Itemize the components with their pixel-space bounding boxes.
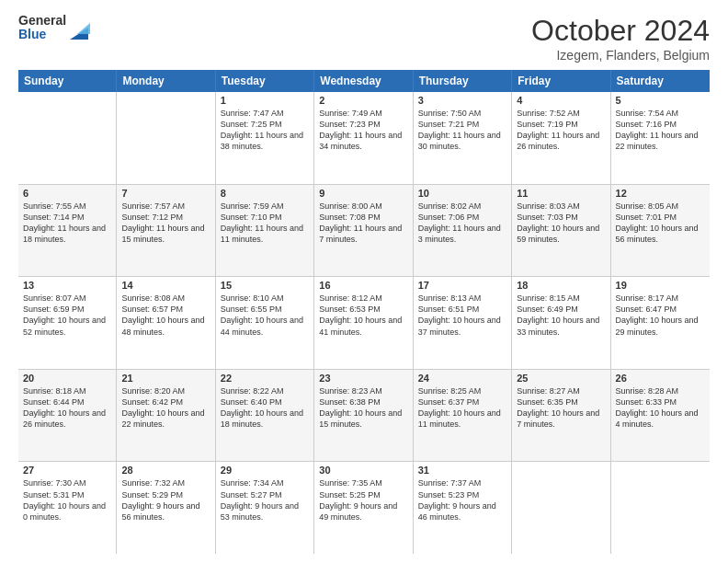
calendar-cell: 7 Sunrise: 7:57 AMSunset: 7:12 PMDayligh… — [117, 185, 215, 277]
cell-info: Sunrise: 7:32 AMSunset: 5:29 PMDaylight:… — [121, 477, 210, 523]
calendar-cell: 6 Sunrise: 7:55 AMSunset: 7:14 PMDayligh… — [18, 185, 117, 277]
calendar-cell: 18 Sunrise: 8:15 AMSunset: 6:49 PMDaylig… — [512, 277, 610, 369]
logo: General Blue — [18, 14, 90, 42]
day-number: 14 — [121, 280, 210, 291]
calendar-cell: 4 Sunrise: 7:52 AMSunset: 7:19 PMDayligh… — [512, 92, 610, 184]
calendar-cell: 21 Sunrise: 8:20 AMSunset: 6:42 PMDaylig… — [117, 370, 215, 462]
day-number: 18 — [517, 280, 605, 291]
cell-info: Sunrise: 8:22 AMSunset: 6:40 PMDaylight:… — [221, 385, 309, 431]
cell-info: Sunrise: 7:47 AMSunset: 7:25 PMDaylight:… — [221, 108, 309, 153]
calendar-cell — [117, 92, 215, 184]
day-number: 22 — [221, 373, 309, 384]
calendar-week-1: 1 Sunrise: 7:47 AMSunset: 7:25 PMDayligh… — [18, 92, 710, 185]
day-number: 5 — [616, 95, 705, 106]
calendar-cell: 25 Sunrise: 8:27 AMSunset: 6:35 PMDaylig… — [512, 370, 610, 462]
calendar-cell: 23 Sunrise: 8:23 AMSunset: 6:38 PMDaylig… — [314, 370, 413, 462]
calendar-cell: 2 Sunrise: 7:49 AMSunset: 7:23 PMDayligh… — [314, 92, 413, 184]
cell-info: Sunrise: 8:27 AMSunset: 6:35 PMDaylight:… — [517, 385, 605, 431]
cell-info: Sunrise: 7:50 AMSunset: 7:21 PMDaylight:… — [418, 108, 506, 153]
calendar-week-2: 6 Sunrise: 7:55 AMSunset: 7:14 PMDayligh… — [18, 185, 710, 278]
day-number: 11 — [517, 188, 605, 199]
cell-info: Sunrise: 7:54 AMSunset: 7:16 PMDaylight:… — [616, 108, 705, 153]
calendar-week-3: 13 Sunrise: 8:07 AMSunset: 6:59 PMDaylig… — [18, 277, 710, 370]
cell-info: Sunrise: 7:49 AMSunset: 7:23 PMDaylight:… — [319, 108, 407, 153]
cell-info: Sunrise: 8:23 AMSunset: 6:38 PMDaylight:… — [319, 385, 407, 431]
day-number: 3 — [418, 95, 506, 106]
header-monday: Monday — [117, 70, 215, 92]
day-number: 28 — [121, 465, 210, 476]
calendar-cell: 11 Sunrise: 8:03 AMSunset: 7:03 PMDaylig… — [512, 185, 610, 277]
calendar-cell: 16 Sunrise: 8:12 AMSunset: 6:53 PMDaylig… — [314, 277, 413, 369]
header-tuesday: Tuesday — [216, 70, 314, 92]
calendar-week-4: 20 Sunrise: 8:18 AMSunset: 6:44 PMDaylig… — [18, 370, 710, 463]
title-area: October 2024 Izegem, Flanders, Belgium — [531, 14, 710, 63]
calendar-cell: 14 Sunrise: 8:08 AMSunset: 6:57 PMDaylig… — [117, 277, 215, 369]
calendar-cell: 1 Sunrise: 7:47 AMSunset: 7:25 PMDayligh… — [216, 92, 314, 184]
calendar-cell — [611, 462, 710, 554]
day-number: 21 — [121, 373, 210, 384]
cell-info: Sunrise: 8:15 AMSunset: 6:49 PMDaylight:… — [517, 293, 605, 338]
cell-info: Sunrise: 7:55 AMSunset: 7:14 PMDaylight:… — [23, 201, 111, 246]
day-number: 7 — [121, 188, 210, 199]
month-title: October 2024 — [531, 14, 710, 48]
day-number: 15 — [221, 280, 309, 291]
calendar-cell — [512, 462, 610, 554]
calendar-week-5: 27 Sunrise: 7:30 AMSunset: 5:31 PMDaylig… — [18, 462, 710, 554]
cell-info: Sunrise: 8:25 AMSunset: 6:37 PMDaylight:… — [418, 385, 506, 431]
svg-marker-1 — [77, 23, 90, 34]
calendar-cell: 27 Sunrise: 7:30 AMSunset: 5:31 PMDaylig… — [18, 462, 117, 554]
day-number: 10 — [418, 188, 506, 199]
day-number: 16 — [319, 280, 407, 291]
calendar-cell: 19 Sunrise: 8:17 AMSunset: 6:47 PMDaylig… — [611, 277, 710, 369]
day-number: 9 — [319, 188, 407, 199]
calendar-cell: 24 Sunrise: 8:25 AMSunset: 6:37 PMDaylig… — [414, 370, 512, 462]
logo-blue-text: Blue — [18, 28, 66, 41]
cell-info: Sunrise: 8:28 AMSunset: 6:33 PMDaylight:… — [616, 385, 705, 431]
cell-info: Sunrise: 7:57 AMSunset: 7:12 PMDaylight:… — [121, 201, 210, 246]
calendar-cell: 5 Sunrise: 7:54 AMSunset: 7:16 PMDayligh… — [611, 92, 710, 184]
header-sunday: Sunday — [18, 70, 117, 92]
calendar-cell: 31 Sunrise: 7:37 AMSunset: 5:23 PMDaylig… — [414, 462, 512, 554]
cell-info: Sunrise: 8:17 AMSunset: 6:47 PMDaylight:… — [616, 293, 705, 338]
cell-info: Sunrise: 8:10 AMSunset: 6:55 PMDaylight:… — [221, 293, 309, 338]
calendar-cell: 9 Sunrise: 8:00 AMSunset: 7:08 PMDayligh… — [314, 185, 413, 277]
page: General Blue October 2024 Izegem, Flande… — [0, 0, 728, 563]
cell-info: Sunrise: 7:52 AMSunset: 7:19 PMDaylight:… — [517, 108, 605, 153]
cell-info: Sunrise: 8:05 AMSunset: 7:01 PMDaylight:… — [616, 201, 705, 246]
cell-info: Sunrise: 8:08 AMSunset: 6:57 PMDaylight:… — [121, 293, 210, 338]
day-number: 31 — [418, 465, 506, 476]
calendar-cell: 30 Sunrise: 7:35 AMSunset: 5:25 PMDaylig… — [314, 462, 413, 554]
logo-general-text: General — [18, 14, 66, 28]
calendar-cell: 8 Sunrise: 7:59 AMSunset: 7:10 PMDayligh… — [216, 185, 314, 277]
day-number: 24 — [418, 373, 506, 384]
logo-wing-icon — [68, 14, 90, 41]
calendar-cell: 10 Sunrise: 8:02 AMSunset: 7:06 PMDaylig… — [414, 185, 512, 277]
calendar-cell: 20 Sunrise: 8:18 AMSunset: 6:44 PMDaylig… — [18, 370, 117, 462]
day-number: 27 — [23, 465, 111, 476]
calendar-cell: 13 Sunrise: 8:07 AMSunset: 6:59 PMDaylig… — [18, 277, 117, 369]
calendar-cell: 3 Sunrise: 7:50 AMSunset: 7:21 PMDayligh… — [414, 92, 512, 184]
cell-info: Sunrise: 7:59 AMSunset: 7:10 PMDaylight:… — [221, 201, 309, 246]
day-number: 29 — [221, 465, 309, 476]
calendar-header: Sunday Monday Tuesday Wednesday Thursday… — [18, 70, 710, 92]
day-number: 12 — [616, 188, 705, 199]
calendar-cell: 15 Sunrise: 8:10 AMSunset: 6:55 PMDaylig… — [216, 277, 314, 369]
cell-info: Sunrise: 8:18 AMSunset: 6:44 PMDaylight:… — [23, 385, 111, 431]
cell-info: Sunrise: 8:07 AMSunset: 6:59 PMDaylight:… — [23, 293, 111, 338]
calendar-cell: 17 Sunrise: 8:13 AMSunset: 6:51 PMDaylig… — [414, 277, 512, 369]
cell-info: Sunrise: 8:03 AMSunset: 7:03 PMDaylight:… — [517, 201, 605, 246]
cell-info: Sunrise: 8:00 AMSunset: 7:08 PMDaylight:… — [319, 201, 407, 246]
header-wednesday: Wednesday — [314, 70, 413, 92]
calendar-cell: 26 Sunrise: 8:28 AMSunset: 6:33 PMDaylig… — [611, 370, 710, 462]
calendar-cell: 29 Sunrise: 7:34 AMSunset: 5:27 PMDaylig… — [216, 462, 314, 554]
day-number: 1 — [221, 95, 309, 106]
cell-info: Sunrise: 7:35 AMSunset: 5:25 PMDaylight:… — [319, 477, 407, 523]
header-saturday: Saturday — [611, 70, 710, 92]
cell-info: Sunrise: 7:34 AMSunset: 5:27 PMDaylight:… — [221, 477, 309, 523]
day-number: 4 — [517, 95, 605, 106]
day-number: 26 — [616, 373, 705, 384]
day-number: 23 — [319, 373, 407, 384]
cell-info: Sunrise: 7:37 AMSunset: 5:23 PMDaylight:… — [418, 477, 506, 523]
cell-info: Sunrise: 8:13 AMSunset: 6:51 PMDaylight:… — [418, 293, 506, 338]
cell-info: Sunrise: 8:12 AMSunset: 6:53 PMDaylight:… — [319, 293, 407, 338]
